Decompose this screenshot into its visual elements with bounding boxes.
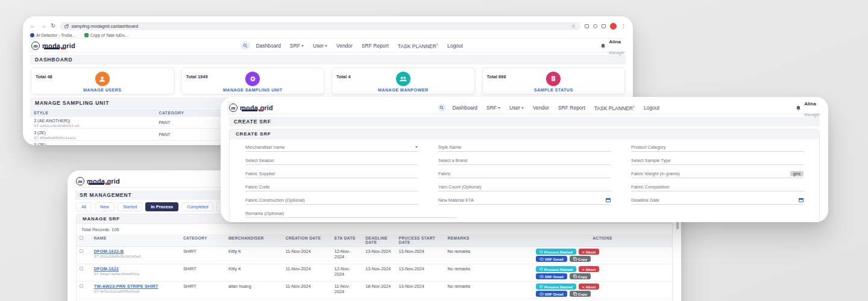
- brand-logo[interactable]: m moda.grid: [76, 177, 148, 185]
- bell-icon: [600, 43, 606, 49]
- tab-all[interactable]: All: [76, 202, 92, 211]
- chevron-down-icon: [498, 107, 500, 109]
- manage-srf-panel: MANAGE SRF Total Records: 105 NAME CATEG…: [76, 214, 673, 301]
- abort-button[interactable]: ×Abort: [579, 266, 599, 272]
- user-menu[interactable]: AlinaManager: [796, 97, 820, 118]
- row-checkbox[interactable]: [80, 249, 83, 253]
- user-name: Alina: [609, 39, 621, 45]
- nav-vendor[interactable]: Vendor: [533, 105, 549, 111]
- search-button[interactable]: [438, 104, 446, 112]
- brand-select[interactable]: Select a Brand: [438, 157, 611, 165]
- nav-user[interactable]: User: [509, 105, 524, 111]
- copy-icon: [573, 275, 577, 278]
- abort-button[interactable]: ×Abort: [579, 249, 599, 255]
- copy-button[interactable]: Copy: [570, 291, 591, 297]
- process-started-button[interactable]: Process Started: [536, 249, 576, 255]
- card-manage-users[interactable]: Total 48 MANAGE USERS: [31, 67, 174, 95]
- panel-title: CREATE SRF: [230, 129, 819, 139]
- srf-detail-button[interactable]: SRF Detail: [536, 291, 567, 297]
- product-category-input[interactable]: Product Category: [631, 143, 804, 152]
- bookmark-item[interactable]: Copy of Task toDo...: [84, 33, 128, 37]
- remarks-input[interactable]: Remarks (Optional): [245, 209, 458, 218]
- nav-logout[interactable]: Logout: [447, 43, 463, 49]
- row-checkbox[interactable]: [80, 284, 83, 288]
- scrollbar-thumb[interactable]: [676, 221, 679, 229]
- srf-name-link[interactable]: TW-AW23-PRN STRIPE SHIRT: [94, 284, 159, 289]
- extensions-icon[interactable]: [585, 24, 589, 28]
- forward-icon[interactable]: →: [40, 23, 46, 29]
- copy-button[interactable]: Copy: [570, 256, 591, 262]
- bookmark-item[interactable]: AI Detector - TruSe...: [30, 33, 76, 37]
- srf-name-link[interactable]: DFOM-1622: [94, 266, 119, 272]
- card-manage-sampling-unit[interactable]: Total 1949 MANAGE SAMPLING UNIT: [181, 67, 325, 95]
- users-icon: [95, 72, 110, 86]
- srf-detail-button[interactable]: SRF Detail: [536, 273, 567, 279]
- fabric-composition-input[interactable]: Fabric Composition: [631, 183, 804, 191]
- fabric-construction-input[interactable]: Fabric Construction (Optional): [245, 196, 418, 205]
- search-button[interactable]: [241, 42, 250, 50]
- sample-type-select[interactable]: Select Sample Type: [631, 157, 804, 165]
- brand-logo[interactable]: m moda.grid: [229, 104, 301, 112]
- brand-logo[interactable]: m moda.grid: [31, 42, 104, 50]
- tab-new[interactable]: New: [95, 202, 115, 211]
- url-text[interactable]: sampling.modagrid.ca/dashboard: [71, 23, 138, 29]
- tab-completed[interactable]: Completed: [181, 202, 213, 211]
- copy-button[interactable]: Copy: [570, 273, 591, 279]
- address-bar[interactable]: sampling.modagrid.ca/dashboard ☆: [60, 22, 580, 30]
- user-menu[interactable]: AlinaManager: [600, 35, 624, 56]
- browser-profile-avatar[interactable]: [610, 23, 617, 29]
- nav-dashboard[interactable]: Dashboard: [256, 43, 281, 49]
- brand-monogram-icon: m: [31, 42, 40, 50]
- nav-task-planner[interactable]: TASK PLANNER5: [594, 105, 635, 111]
- nav-srf[interactable]: SRF: [290, 43, 304, 49]
- reload-icon[interactable]: ↻: [51, 23, 55, 29]
- fabric-code-input[interactable]: Fabric Code: [245, 183, 418, 191]
- select-all-checkbox[interactable]: [80, 236, 83, 240]
- browser-menu-icon[interactable]: ⋮: [621, 23, 626, 29]
- nav-user[interactable]: User: [313, 43, 327, 49]
- tab-switcher-icon[interactable]: [602, 24, 606, 28]
- nav-srf[interactable]: SRF: [486, 105, 500, 111]
- nav-srf-report[interactable]: SRF Report: [362, 43, 389, 49]
- nav-dashboard[interactable]: Dashboard: [452, 105, 477, 111]
- card-sample-status[interactable]: Total 698 SAMPLE STATUS: [482, 67, 626, 95]
- srf-name-link[interactable]: DFOM-1622-B: [94, 249, 124, 254]
- process-started-button[interactable]: Process Started: [536, 284, 576, 290]
- table-row: DFOM-1622ST-5aaa74a5ac9bbd551a SHIRT Kit…: [77, 264, 672, 282]
- fabric-supplier-input[interactable]: Fabric Supplier: [245, 170, 418, 178]
- tab-started[interactable]: Started: [118, 202, 143, 211]
- create-srf-panel: CREATE SRF Merchandiser name Style Name …: [229, 129, 820, 222]
- table-row: TW-AW23-PRN STRIPE SHIRTST-9e5ce1a1a9855…: [77, 282, 672, 299]
- eye-icon: [539, 275, 544, 278]
- season-select[interactable]: Select Season: [245, 157, 418, 165]
- share-icon[interactable]: [593, 24, 597, 28]
- tab-in-process[interactable]: In Process: [145, 202, 178, 211]
- gear-icon: [245, 72, 260, 86]
- card-manage-manpower[interactable]: Total 4 MANAGE MANPOWER: [332, 67, 475, 95]
- merchandiser-select[interactable]: Merchandiser name: [245, 143, 418, 152]
- abort-button[interactable]: ×Abort: [579, 284, 599, 290]
- back-icon[interactable]: ←: [30, 23, 36, 29]
- people-icon: [396, 72, 410, 86]
- fabric-weight-input[interactable]: Fabric Weight (in grams)gms: [631, 170, 804, 178]
- new-material-eta-datepicker[interactable]: New Material ETA: [438, 196, 611, 205]
- nav-task-planner[interactable]: TASK PLANNER5: [398, 43, 438, 49]
- bookmark-star-icon[interactable]: ☆: [571, 23, 576, 29]
- brand-monogram-icon: m: [229, 104, 237, 112]
- gms-unit-badge: gms: [790, 171, 804, 176]
- nav-vendor[interactable]: Vendor: [336, 43, 353, 49]
- srf-table: NAME CATEGORY MERCHANDISER CREATION DATE…: [77, 234, 672, 301]
- nav-srf-report[interactable]: SRF Report: [558, 105, 585, 111]
- app-header: m moda.grid Dashboard SRF User Vendor SR…: [228, 102, 821, 114]
- fabric-input[interactable]: Fabric: [438, 170, 611, 178]
- search-icon: [243, 43, 248, 48]
- process-started-button[interactable]: Process Started: [536, 266, 576, 272]
- yarn-count-input[interactable]: Yarn Count (Optional): [438, 183, 611, 191]
- srf-detail-button[interactable]: SRF Detail: [536, 256, 567, 262]
- style-name-input[interactable]: Style Name: [438, 143, 611, 152]
- table-row: TONAL STRIPE SHIRTSST-s008c30c3Fc90ce4 S…: [77, 299, 672, 301]
- abort-icon: ×: [582, 267, 585, 272]
- nav-logout[interactable]: Logout: [644, 105, 659, 111]
- deadline-date-datepicker[interactable]: Deadline Date: [631, 196, 804, 205]
- row-checkbox[interactable]: [80, 267, 83, 270]
